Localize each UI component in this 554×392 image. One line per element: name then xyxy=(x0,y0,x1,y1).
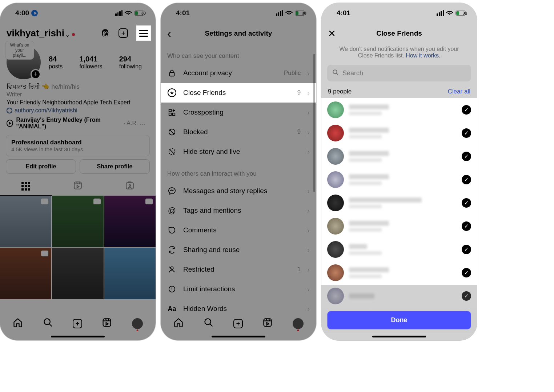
avatar xyxy=(327,125,344,141)
row-tags[interactable]: @ Tags and mentions› xyxy=(161,201,316,220)
chevron-right-icon: › xyxy=(307,285,310,293)
profile-nav-icon[interactable] xyxy=(132,318,143,329)
create-icon[interactable]: + xyxy=(73,319,82,328)
profile-avatar[interactable]: What's on your playli... + xyxy=(7,45,41,79)
tab-grid[interactable] xyxy=(0,177,52,196)
threads-icon[interactable] xyxy=(100,28,110,38)
reels-nav-icon[interactable] xyxy=(102,317,112,330)
lock-icon xyxy=(167,68,177,78)
row-messages[interactable]: Messages and story replies› xyxy=(161,181,316,201)
grid-post[interactable] xyxy=(52,248,103,299)
search-icon[interactable] xyxy=(43,317,53,330)
menu-button[interactable] xyxy=(137,26,150,40)
check-icon[interactable]: ✓ xyxy=(462,198,471,208)
grid-post[interactable] xyxy=(52,196,103,247)
profile-link[interactable]: authory.com/Vikhyatrishi xyxy=(0,107,156,115)
story-note[interactable]: What's on your playli... xyxy=(5,41,34,60)
row-comments[interactable]: Comments› xyxy=(161,220,316,240)
friend-username xyxy=(349,158,382,162)
row-blocked[interactable]: Blocked9› xyxy=(161,122,316,142)
row-crossposting[interactable]: Crossposting› xyxy=(161,103,316,122)
friend-row[interactable]: ✓ xyxy=(321,168,477,191)
messenger-icon xyxy=(167,186,177,196)
avatar xyxy=(327,171,344,188)
alert-icon xyxy=(167,284,177,294)
tab-tagged[interactable] xyxy=(104,177,156,196)
display-name: ਵਿਖਯਾਤ ਰਿਸ਼ੀ 👈he/him/his xyxy=(0,83,156,91)
friend-username xyxy=(349,135,382,139)
grid-post[interactable] xyxy=(0,196,51,247)
share-profile-button[interactable]: Share profile xyxy=(80,159,150,174)
row-limit[interactable]: Limit interactions› xyxy=(161,279,316,299)
notification-dot-icon xyxy=(72,33,75,36)
friend-name xyxy=(349,244,367,249)
home-indicator xyxy=(212,336,265,337)
avatar xyxy=(327,195,344,211)
followers-stat[interactable]: 1,041followers xyxy=(79,55,102,70)
create-icon[interactable]: + xyxy=(233,319,243,328)
friend-name xyxy=(349,174,389,179)
wifi-icon xyxy=(285,10,293,16)
check-icon[interactable]: ✓ xyxy=(462,245,471,254)
friend-row[interactable]: ✓ xyxy=(321,98,477,121)
friend-row[interactable]: ✓ xyxy=(321,215,477,238)
scrollbar[interactable] xyxy=(313,54,315,192)
svg-point-3 xyxy=(44,319,50,324)
refresh-icon xyxy=(167,245,177,255)
professional-dashboard-card[interactable]: Professional dashboard 4.5K views in the… xyxy=(6,135,150,156)
check-icon[interactable]: ✓ xyxy=(462,221,471,231)
row-close-friends[interactable]: ★ Close Friends9› xyxy=(161,83,316,103)
profile-screen: 4:00 30 vikhyat_rishi⌄ + What's on your xyxy=(0,3,156,340)
friend-row[interactable]: ✓ xyxy=(321,261,477,284)
avatar xyxy=(327,264,344,281)
svg-point-13 xyxy=(205,319,210,324)
posts-stat[interactable]: 84posts xyxy=(49,55,63,70)
profile-nav-icon[interactable] xyxy=(293,318,304,329)
restricted-icon xyxy=(167,265,177,274)
check-icon[interactable]: ✓ xyxy=(462,175,471,184)
friend-username xyxy=(349,251,382,255)
notification-dot-icon xyxy=(297,329,299,331)
friend-name xyxy=(349,128,389,133)
search-icon[interactable] xyxy=(204,317,214,330)
friend-username xyxy=(349,205,382,208)
friend-row[interactable]: ✓ xyxy=(321,238,477,261)
friend-row[interactable]: ✓ xyxy=(321,121,477,145)
tab-reels[interactable] xyxy=(52,177,104,196)
grid-post[interactable] xyxy=(104,248,156,299)
check-icon[interactable]: ✓ xyxy=(462,105,471,115)
bottom-nav: + xyxy=(161,313,316,334)
status-bar: 4:00 30 xyxy=(0,3,156,23)
grid-post[interactable] xyxy=(104,196,156,247)
check-icon[interactable]: ✓ xyxy=(462,128,471,138)
username-heading[interactable]: vikhyat_rishi⌄ xyxy=(7,28,75,39)
profile-music[interactable]: Ranvijay's Entry Medley (From "ANIMAL") … xyxy=(0,115,156,132)
chevron-right-icon: › xyxy=(307,207,310,215)
reels-nav-icon[interactable] xyxy=(262,317,273,330)
bottom-nav: + xyxy=(0,313,156,334)
done-button[interactable]: Done xyxy=(327,311,471,329)
following-stat[interactable]: 294following xyxy=(119,55,142,70)
row-hide-story[interactable]: Hide story and live› xyxy=(161,142,316,161)
row-account-privacy[interactable]: Account privacyPublic› xyxy=(161,63,316,83)
friend-name xyxy=(349,151,389,156)
cellular-icon xyxy=(115,10,123,16)
svg-rect-4 xyxy=(103,319,111,326)
friend-row[interactable]: ✓ xyxy=(321,145,477,168)
row-sharing[interactable]: Sharing and reuse› xyxy=(161,240,316,260)
friend-row[interactable]: ✓ xyxy=(321,191,477,215)
edit-profile-button[interactable]: Edit profile xyxy=(6,159,76,174)
grid-post[interactable] xyxy=(0,248,51,299)
status-time: 4:00 xyxy=(15,9,29,17)
chevron-right-icon: › xyxy=(307,89,310,97)
create-post-button[interactable]: + xyxy=(118,28,129,39)
chevron-down-icon: ⌄ xyxy=(65,32,70,38)
check-icon[interactable]: ✓ xyxy=(462,152,471,161)
back-button[interactable]: ‹ xyxy=(167,27,171,40)
home-icon[interactable] xyxy=(173,317,184,330)
comment-icon xyxy=(167,225,177,235)
add-story-icon[interactable]: + xyxy=(31,69,41,79)
check-icon[interactable]: ✓ xyxy=(462,268,471,277)
home-icon[interactable] xyxy=(13,317,23,330)
row-restricted[interactable]: Restricted1› xyxy=(161,260,316,279)
